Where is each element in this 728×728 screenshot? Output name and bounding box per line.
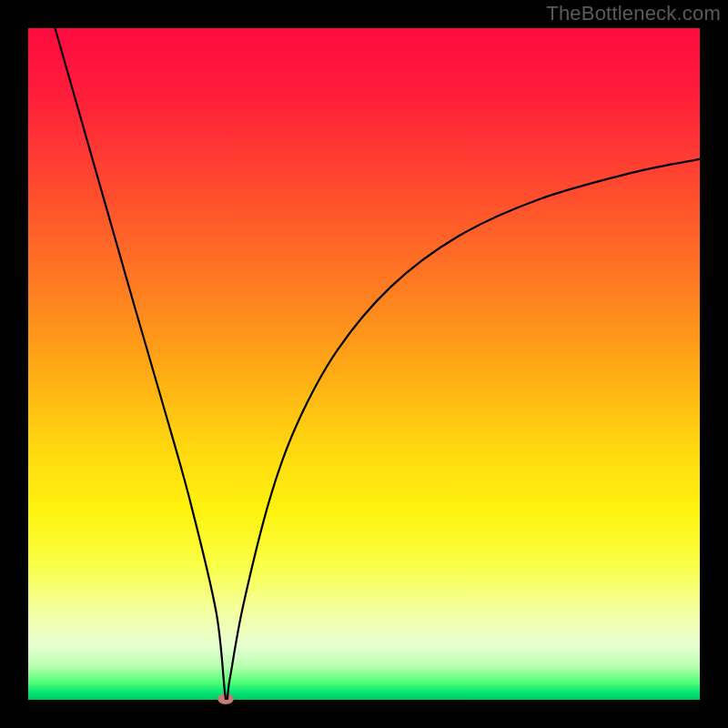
chart-container: TheBottleneck.com [0,0,728,728]
watermark-text: TheBottleneck.com [546,2,721,25]
bottleneck-curve-path [56,28,700,700]
curve-svg [28,28,700,700]
